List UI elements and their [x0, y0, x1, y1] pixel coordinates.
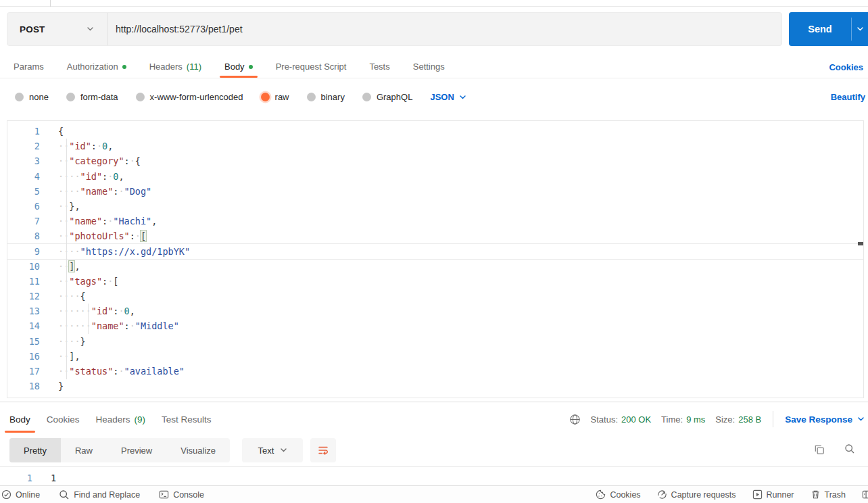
code-line[interactable]: 8··"photoUrls":·[	[7, 229, 863, 243]
tab-body[interactable]: Body	[224, 55, 253, 78]
cookie-icon	[596, 489, 606, 500]
code-line[interactable]: 18}	[7, 379, 863, 393]
response-body-viewer[interactable]: 11	[0, 466, 868, 485]
body-mode-graphql[interactable]: GraphQL	[362, 92, 412, 102]
tab-params[interactable]: Params	[14, 55, 44, 78]
url-input[interactable]: http://localhost:52773/pet1/pet	[116, 13, 243, 45]
view-tab-raw[interactable]: Raw	[61, 438, 107, 462]
line-number: 4	[7, 169, 40, 184]
wrap-text-button[interactable]	[310, 438, 336, 462]
chevron-down-icon[interactable]	[857, 27, 863, 31]
search-icon[interactable]	[844, 444, 855, 454]
line-number: 9	[7, 244, 40, 259]
send-button[interactable]: Send	[789, 12, 868, 46]
globe-icon[interactable]	[569, 414, 581, 425]
response-tab-headers[interactable]: Headers(9)	[96, 406, 146, 433]
view-tab-pretty[interactable]: Pretty	[9, 438, 61, 462]
tab-authorization[interactable]: Authorization	[67, 55, 126, 78]
view-tab-visualize[interactable]: Visualize	[166, 438, 230, 462]
code-line[interactable]: 9····"https://x.gd/1pbYK"	[7, 244, 863, 259]
code-line[interactable]: 5····"name":·"Dog"	[7, 184, 863, 199]
token: ,	[151, 216, 157, 226]
response-tab-body[interactable]: Body	[9, 406, 30, 433]
runner-icon	[752, 489, 763, 500]
body-mode-x-www-form-urlencoded[interactable]: x-www-form-urlencoded	[136, 92, 243, 102]
save-response-button[interactable]: Save Response	[785, 414, 864, 425]
code-line[interactable]: 7··"name":·"Hachi",	[7, 214, 863, 229]
find-and-replace-button[interactable]: Find and Replace	[59, 489, 140, 500]
trash-button[interactable]: Trash	[811, 489, 846, 500]
online-button[interactable]: Online	[1, 489, 40, 500]
meta-value: 200 OK	[621, 414, 651, 425]
body-mode-raw[interactable]: raw	[261, 92, 289, 102]
code-line[interactable]: 2··"id":·0,	[7, 139, 863, 153]
response-view-tabs: PrettyRawPreviewVisualize	[9, 438, 230, 462]
code-line[interactable]: 13······"id":·0,	[7, 304, 863, 318]
token: ·	[118, 186, 124, 197]
radio-icon	[136, 93, 145, 101]
line-number: 14	[7, 318, 40, 333]
divider	[851, 18, 852, 41]
capture-requests-button[interactable]: Capture requests	[657, 489, 736, 500]
format-selector[interactable]: Text	[242, 438, 303, 462]
body-mode-binary[interactable]: binary	[307, 92, 345, 102]
code-line[interactable]: 3··"category":·{	[7, 153, 863, 168]
console-button[interactable]: Console	[159, 489, 204, 500]
token: :	[102, 276, 107, 287]
line-number: 6	[7, 199, 40, 214]
tab-strip-divider	[50, 0, 51, 7]
response-meta: Status:200 OKTime:9 msSize:258 B Save Re…	[569, 406, 868, 433]
token: "tags"	[69, 276, 102, 287]
panes-icon[interactable]	[862, 489, 868, 500]
language-selector[interactable]: JSON	[430, 92, 465, 102]
response-toolbar: PrettyRawPreviewVisualize Text	[0, 438, 868, 462]
code-line[interactable]: 17··"status":·"available"	[7, 364, 863, 379]
cookies-link[interactable]: Cookies	[829, 55, 863, 78]
runner-button[interactable]: Runner	[752, 489, 794, 500]
code-line[interactable]: 14······"name":·"Middle"	[7, 318, 863, 333]
response-tab-test-results[interactable]: Test Results	[162, 406, 212, 433]
code-line[interactable]: 6··},	[7, 199, 863, 214]
token: ·	[97, 141, 102, 151]
tab-tests[interactable]: Tests	[369, 55, 389, 78]
status-bar-label: Online	[16, 490, 40, 500]
method-selector[interactable]: POST	[20, 13, 45, 45]
scrollbar-marker[interactable]	[858, 242, 864, 245]
tab-pre-request-script[interactable]: Pre-request Script	[276, 55, 347, 78]
code-line[interactable]: 16··],	[7, 349, 863, 364]
body-mode-none[interactable]: none	[15, 92, 49, 102]
cookies-button[interactable]: Cookies	[596, 489, 640, 500]
token: ,	[74, 261, 80, 272]
line-number: 3	[7, 153, 40, 168]
token: ·	[118, 306, 124, 316]
tab-headers[interactable]: Headers(11)	[149, 55, 201, 78]
chevron-down-icon[interactable]	[87, 27, 93, 31]
code-line[interactable]: 12····{	[7, 289, 863, 304]
response-tab-cookies[interactable]: Cookies	[47, 406, 80, 433]
response-code-line[interactable]: 11	[0, 471, 868, 485]
token: ··	[58, 351, 69, 362]
code-line[interactable]: 11··"tags":·[	[7, 274, 863, 289]
request-body-editor[interactable]: 1{2··"id":·0,3··"category":·{4····"id":·…	[7, 120, 864, 398]
code-line[interactable]: 1{	[7, 124, 863, 139]
view-tab-preview[interactable]: Preview	[107, 438, 166, 462]
status-bar: OnlineFind and ReplaceConsole CookiesCap…	[0, 485, 868, 503]
tab-count: (11)	[187, 62, 201, 72]
meta-items: Status:200 OKTime:9 msSize:258 B	[591, 414, 762, 425]
token: :	[91, 141, 97, 151]
code-line[interactable]: 10··],	[7, 259, 863, 274]
tab-settings[interactable]: Settings	[413, 55, 445, 78]
line-number: 10	[7, 259, 40, 274]
code-line[interactable]: 15····}	[7, 334, 863, 349]
meta-label: Status:	[591, 414, 618, 425]
divider	[773, 411, 773, 427]
token: :	[102, 216, 107, 226]
copy-icon[interactable]	[813, 444, 825, 456]
status-bar-label: Cookies	[610, 490, 640, 500]
token: ··	[58, 201, 69, 212]
body-mode-form-data[interactable]: form-data	[66, 92, 118, 102]
code-line[interactable]: 4····"id":·0,	[7, 169, 863, 184]
token: ··	[58, 261, 69, 272]
radio-icon	[15, 93, 24, 101]
beautify-link[interactable]: Beautify	[831, 85, 865, 110]
